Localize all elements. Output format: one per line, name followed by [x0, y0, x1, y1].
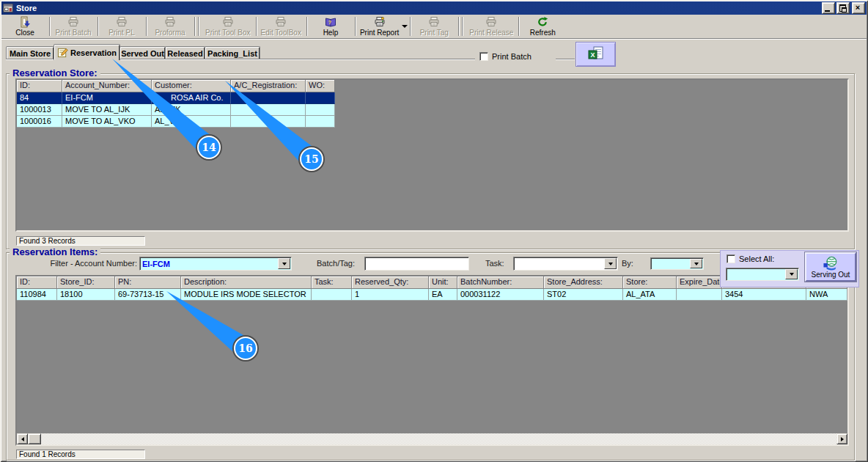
- callout-badge-16: 16: [234, 337, 257, 360]
- scroll-right-button[interactable]: [836, 433, 847, 444]
- column-header-wo: WO:: [306, 80, 335, 92]
- refresh-icon: [537, 16, 548, 28]
- print-report-button[interactable]: Print Report: [356, 15, 409, 38]
- column-header-account-number: Account_Number:: [62, 80, 152, 92]
- minimize-button[interactable]: [822, 2, 835, 14]
- column-header-expire-date: Expire_Date:: [677, 276, 722, 289]
- table-row[interactable]: 1000013 MOVE TO AL_IJK AL_IJK: [17, 104, 847, 116]
- title-bar: Store ×: [1, 1, 867, 15]
- horizontal-scrollbar[interactable]: [17, 433, 847, 444]
- select-all-combobox[interactable]: [726, 268, 799, 281]
- app-form-icon: [3, 3, 13, 13]
- printer-icon: [164, 16, 176, 28]
- excel-export-icon: X: [587, 45, 605, 63]
- print-batch-checkbox[interactable]: [479, 52, 488, 61]
- print-report-dropdown-icon[interactable]: [402, 25, 408, 28]
- table-row[interactable]: 110984 18100 69-73713-15 MODULE IRS MODE…: [17, 289, 847, 301]
- store-record-count: Found 3 Records: [16, 236, 145, 246]
- table-row-selected[interactable]: 84 EI-FCM ROSA AIR Co.: [17, 92, 847, 104]
- printer-icon: [374, 16, 386, 28]
- toolbar: Close Print Batch Print PL Proforma Prin…: [1, 15, 867, 39]
- batch-tag-label: Batch/Tag:: [317, 259, 355, 268]
- task-combobox[interactable]: [513, 257, 618, 271]
- by-combobox[interactable]: [650, 257, 704, 270]
- select-all-label: Select All:: [739, 254, 774, 263]
- chevron-down-icon[interactable]: [785, 269, 798, 279]
- items-record-count: Found 1 Records: [16, 450, 145, 459]
- filter-account-label: Filter - Account Number:: [12, 259, 137, 268]
- edit-toolbox-button[interactable]: Edit ToolBox: [257, 15, 306, 38]
- proforma-button[interactable]: Proforma: [147, 15, 194, 38]
- reservation-items-title: Reservation Items:: [10, 246, 100, 257]
- printer-icon: [67, 16, 79, 28]
- column-header-id: ID:: [17, 276, 57, 289]
- print-pl-button[interactable]: Print PL: [98, 15, 145, 38]
- window-title: Store: [16, 4, 37, 12]
- column-header-store: Store:: [623, 276, 677, 289]
- column-header-description: Description:: [181, 276, 312, 289]
- column-header-store-address: Store_Address:: [544, 276, 623, 289]
- close-window-button[interactable]: ×: [852, 2, 865, 14]
- chevron-down-icon[interactable]: [278, 258, 290, 269]
- column-header-unit: Unit:: [429, 276, 457, 289]
- column-header-store-id: Store_ID:: [57, 276, 115, 289]
- print-batch-label: Print Batch: [492, 52, 532, 61]
- note-edit-icon: [57, 47, 68, 58]
- help-book-icon: ?: [325, 16, 336, 28]
- grid-header-row: ID: Account_Number: Customer: A/C_Regist…: [17, 80, 847, 92]
- exit-door-icon: [19, 16, 31, 28]
- scroll-left-button[interactable]: [17, 433, 28, 444]
- store-window: Store × Close Print Batch Print PL Profo…: [0, 0, 868, 462]
- tab-reservation[interactable]: Reservation: [54, 44, 120, 60]
- reservation-store-grid: ID: Account_Number: Customer: A/C_Regist…: [15, 78, 849, 232]
- column-header-customer: Customer:: [152, 80, 231, 92]
- callout-badge-15: 15: [300, 147, 323, 171]
- column-header-task: Task:: [312, 276, 352, 289]
- printer-icon: [428, 16, 440, 28]
- reservation-store-title: Reservation Store:: [10, 67, 100, 78]
- filter-account-combobox[interactable]: EI-FCM: [139, 257, 292, 271]
- refresh-button[interactable]: Refresh: [519, 15, 566, 38]
- printer-icon: [116, 16, 128, 28]
- export-excel-button[interactable]: X: [575, 42, 616, 67]
- close-button[interactable]: Close: [1, 15, 48, 38]
- column-header-ac-registration: A/C_Registration:: [231, 80, 306, 92]
- chevron-down-icon[interactable]: [690, 259, 702, 268]
- printer-icon: [485, 16, 497, 28]
- print-batch-button[interactable]: Print Batch: [50, 15, 97, 38]
- scrollbar-thumb[interactable]: [28, 433, 41, 444]
- column-header-id: ID:: [17, 80, 62, 92]
- tab-strip-line: [556, 59, 575, 59]
- help-button[interactable]: ? Help: [307, 15, 354, 38]
- chevron-down-icon[interactable]: [604, 258, 617, 269]
- printer-icon: [275, 16, 287, 28]
- table-row[interactable]: 1000016 MOVE TO AL_VKO AL_VKO: [17, 116, 847, 128]
- serving-out-button[interactable]: Serving Out: [805, 252, 856, 282]
- column-header-pn: PN:: [115, 276, 181, 289]
- print-tag-button[interactable]: Print Tag: [411, 15, 457, 38]
- print-release-button[interactable]: Print Release: [465, 15, 518, 38]
- task-label: Task:: [485, 259, 504, 268]
- globe-hand-icon: [823, 256, 839, 271]
- svg-text:?: ?: [328, 20, 331, 25]
- callout-badge-14: 14: [197, 136, 221, 159]
- restore-button[interactable]: [836, 2, 850, 14]
- select-all-checkbox[interactable]: [727, 254, 735, 263]
- by-label: By:: [622, 259, 633, 268]
- column-header-batchnumber: BatchNumber:: [457, 276, 544, 289]
- column-header-reserved-qty: Reserved_Qty:: [352, 276, 429, 289]
- printer-icon: [222, 16, 234, 28]
- svg-text:X: X: [590, 51, 595, 59]
- print-tool-box-button[interactable]: Print Tool Box: [201, 15, 255, 38]
- reservation-items-grid: ID: Store_ID: PN: Description: Task: Res…: [15, 275, 849, 446]
- batch-tag-input[interactable]: [364, 257, 469, 271]
